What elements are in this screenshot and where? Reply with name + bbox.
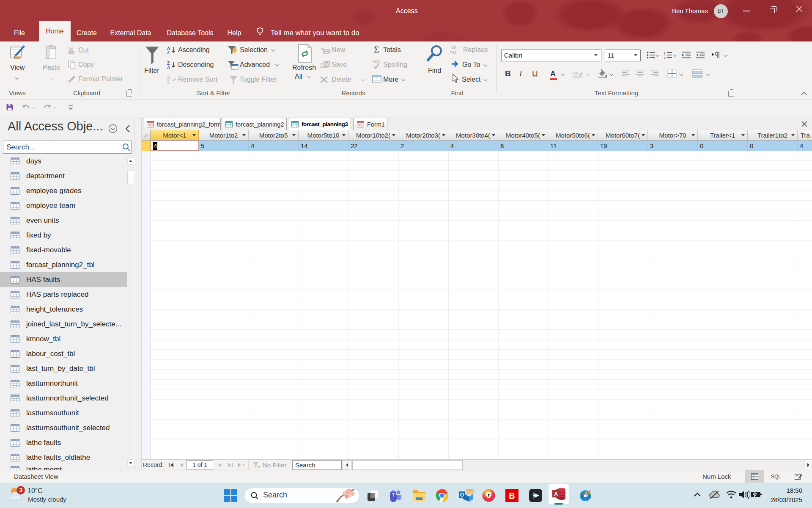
svg-text:3: 3: [664, 57, 666, 59]
svg-text:ab: ab: [451, 45, 456, 50]
svg-text:ac: ac: [452, 50, 457, 55]
svg-text:O: O: [460, 492, 464, 498]
svg-text:A: A: [167, 65, 170, 69]
svg-text:T: T: [392, 492, 395, 497]
svg-text:Z: Z: [167, 50, 170, 54]
svg-text:Z: Z: [167, 80, 170, 84]
svg-text:A: A: [554, 491, 558, 497]
svg-text:B: B: [509, 491, 515, 500]
svg-text:...: ...: [232, 66, 235, 69]
svg-text:ABC: ABC: [373, 59, 381, 64]
svg-text:ab: ab: [573, 70, 578, 75]
